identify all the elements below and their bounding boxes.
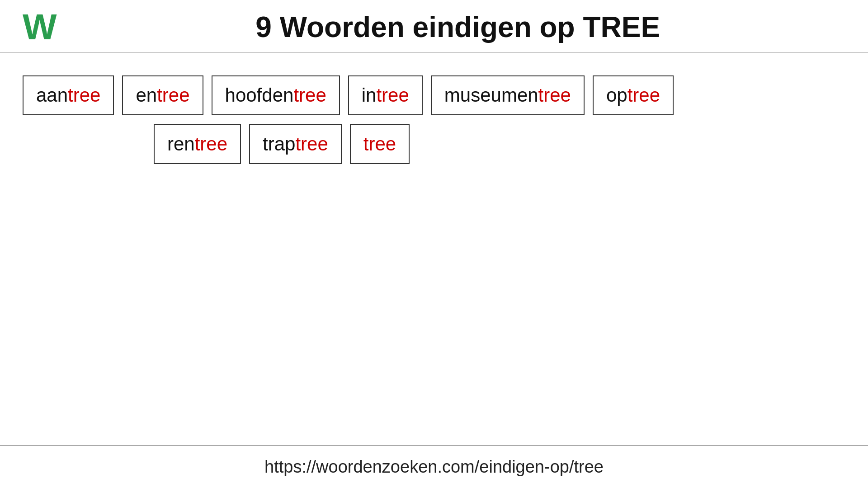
word-suffix: tree: [627, 84, 660, 106]
words-row-2: rentreetraptreetree: [23, 124, 845, 164]
words-content: aantreeentreehoofdentreeintreemuseumentr…: [0, 53, 868, 445]
word-suffix: tree: [376, 84, 409, 106]
word-card: hoofdentree: [212, 75, 340, 115]
word-suffix: tree: [157, 84, 189, 106]
word-card: rentree: [154, 124, 241, 164]
word-suffix: tree: [363, 133, 396, 155]
word-prefix: op: [606, 84, 627, 106]
word-suffix: tree: [68, 84, 100, 106]
word-prefix: trap: [263, 133, 295, 155]
word-prefix: ren: [167, 133, 195, 155]
site-logo: W: [23, 9, 57, 45]
word-suffix: tree: [195, 133, 227, 155]
footer: https://woordenzoeken.com/eindigen-op/tr…: [0, 445, 868, 488]
page-title: 9 Woorden eindigen op TREE: [71, 10, 845, 44]
footer-url: https://woordenzoeken.com/eindigen-op/tr…: [264, 457, 604, 476]
word-suffix: tree: [295, 133, 328, 155]
word-prefix: museumen: [444, 84, 538, 106]
word-suffix: tree: [293, 84, 326, 106]
word-prefix: en: [136, 84, 157, 106]
word-card: intree: [348, 75, 423, 115]
word-suffix: tree: [538, 84, 571, 106]
header: W 9 Woorden eindigen op TREE: [0, 0, 868, 53]
word-card: museumentree: [431, 75, 585, 115]
word-prefix: aan: [36, 84, 68, 106]
word-card: optree: [593, 75, 674, 115]
word-prefix: in: [362, 84, 377, 106]
word-prefix: hoofden: [225, 84, 294, 106]
word-card: tree: [350, 124, 410, 164]
words-row-1: aantreeentreehoofdentreeintreemuseumentr…: [23, 75, 845, 115]
word-card: entree: [122, 75, 203, 115]
word-card: aantree: [23, 75, 114, 115]
word-card: traptree: [249, 124, 342, 164]
